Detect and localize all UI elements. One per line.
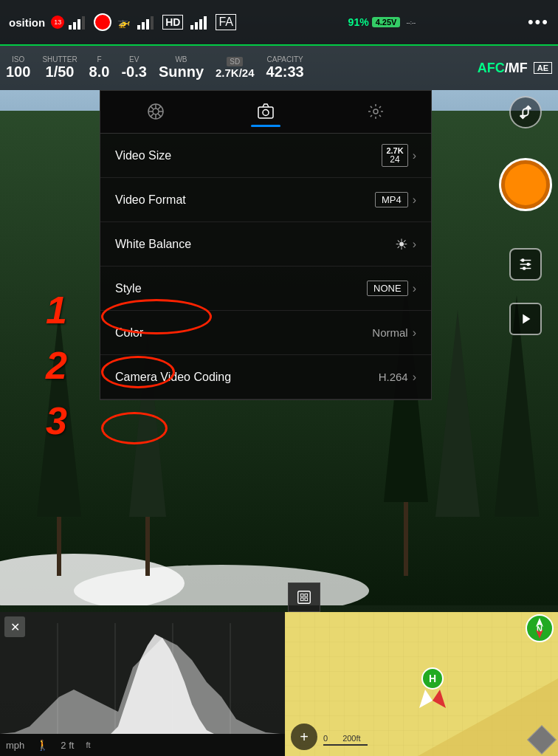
- fstop-param: F 8.0: [89, 55, 110, 80]
- video-format-row[interactable]: Video Format MP4 ›: [100, 178, 431, 222]
- altitude-unit: ft: [86, 740, 90, 749]
- histogram-graph: [0, 623, 288, 734]
- timecode: --:--: [406, 19, 416, 26]
- capacity-value: 42:33: [266, 63, 304, 80]
- svg-rect-18: [142, 22, 145, 30]
- params-bar: ISO 100 SHUTTER 1/50 F 8.0 EV -0.3 WB Su…: [0, 46, 558, 90]
- play-icon: [517, 311, 534, 327]
- svg-rect-53: [305, 598, 308, 601]
- fstop-value: 8.0: [89, 63, 110, 80]
- screenshot-icon: [296, 589, 312, 605]
- tab-settings[interactable]: [346, 98, 405, 133]
- shutter-label: SHUTTER: [42, 55, 77, 63]
- shutter-param: SHUTTER 1/50: [42, 55, 77, 80]
- map-panel: H N + 0 200ft: [285, 612, 558, 756]
- video-size-row[interactable]: Video Size 2.7K 24 ›: [100, 134, 431, 178]
- fstop-label: F: [97, 55, 101, 63]
- signal-group: 13: [51, 15, 88, 30]
- sd-label: SD: [227, 57, 243, 66]
- video-format-label: Video Format: [115, 193, 186, 207]
- screenshot-button[interactable]: [288, 583, 320, 612]
- white-balance-right: ☀ ›: [395, 236, 416, 253]
- svg-rect-10: [57, 517, 61, 576]
- equalizer-button[interactable]: [509, 248, 542, 281]
- svg-rect-49: [298, 591, 311, 604]
- svg-rect-52: [300, 598, 303, 601]
- sun-icon: ☀: [395, 236, 408, 253]
- svg-rect-21: [190, 25, 193, 30]
- signal-bars-icon: [67, 15, 88, 30]
- record-button-inner: [505, 164, 546, 205]
- aperture-icon: [147, 103, 165, 120]
- svg-rect-24: [204, 16, 207, 30]
- svg-line-33: [157, 106, 160, 109]
- video-size-chevron: ›: [413, 149, 416, 162]
- svg-rect-14: [73, 22, 76, 30]
- video-format-right: MP4 ›: [375, 192, 416, 207]
- video-format-chevron: ›: [413, 193, 416, 207]
- hd-badge: HD: [162, 15, 183, 30]
- camera-icon: [257, 103, 275, 120]
- settings-gear-icon: [367, 103, 385, 120]
- white-balance-label: White Balance: [115, 238, 191, 251]
- svg-point-41: [526, 263, 530, 267]
- style-highlight-oval: [101, 356, 175, 388]
- afc-mf-control[interactable]: AFC /MF AE: [478, 61, 552, 76]
- svg-marker-44: [523, 315, 530, 324]
- svg-rect-50: [300, 594, 303, 597]
- shutter-value: 1/50: [46, 63, 75, 80]
- tab-aperture[interactable]: [126, 98, 185, 133]
- equalizer-icon: [517, 256, 534, 272]
- iso-label: ISO: [12, 55, 24, 63]
- svg-rect-51: [305, 594, 308, 597]
- color-highlight-oval: [101, 412, 168, 444]
- svg-point-43: [523, 267, 526, 270]
- wb-param: WB Sunny: [159, 55, 204, 80]
- mf-label: /MF: [505, 61, 528, 76]
- drone-icon: 🚁: [117, 16, 130, 28]
- fa-icon: FA: [216, 14, 236, 30]
- play-button[interactable]: [509, 303, 542, 335]
- battery-percent: 91%: [348, 16, 369, 28]
- sd-value: 2.7K/24: [216, 66, 255, 79]
- green-separator-line: [0, 44, 558, 46]
- white-balance-row[interactable]: White Balance ☀ ›: [100, 222, 431, 267]
- color-right: Normal ›: [372, 326, 416, 340]
- color-value: Normal: [372, 326, 407, 339]
- histogram-bottom-bar: mph 🚶 2 ft ft: [0, 734, 288, 756]
- video-size-label: Video Size: [115, 149, 171, 162]
- annotation-2: 2: [46, 343, 67, 388]
- svg-text:H: H: [429, 673, 436, 684]
- tab-camera[interactable]: [236, 98, 295, 133]
- menu-tabs: [100, 91, 431, 134]
- svg-line-34: [151, 114, 154, 117]
- style-badge: NONE: [367, 281, 408, 296]
- svg-rect-17: [137, 25, 140, 30]
- map-zoom-button[interactable]: +: [291, 724, 317, 750]
- dots-menu-icon[interactable]: •••: [528, 13, 549, 32]
- wb-label: WB: [175, 55, 187, 63]
- drone-signal-icon: [136, 15, 156, 30]
- white-balance-chevron: ›: [413, 238, 416, 251]
- svg-rect-19: [146, 19, 149, 30]
- record-button[interactable]: [499, 158, 552, 211]
- style-chevron: ›: [413, 282, 416, 295]
- camera-video-coding-right: H.264 ›: [379, 371, 416, 384]
- resolution-badge: 2.7K 24: [382, 144, 407, 167]
- capacity-param: CAPACITY 42:33: [266, 55, 304, 80]
- ev-value: -0.3: [121, 63, 146, 80]
- flip-camera-icon: [517, 104, 534, 120]
- afc-label: AFC: [478, 61, 505, 76]
- signal-badge: 13: [51, 16, 64, 29]
- svg-rect-16: [82, 16, 85, 30]
- svg-rect-12: [404, 502, 408, 576]
- svg-rect-15: [78, 19, 80, 30]
- svg-point-37: [373, 109, 378, 114]
- svg-line-31: [151, 106, 154, 109]
- flip-camera-button[interactable]: [509, 96, 542, 128]
- battery-group: 91% 4.25V --:--: [348, 16, 416, 28]
- annotation-3: 3: [46, 399, 67, 443]
- style-label: Style: [115, 282, 142, 295]
- camera-video-coding-value: H.264: [379, 371, 408, 383]
- ae-badge[interactable]: AE: [534, 62, 552, 74]
